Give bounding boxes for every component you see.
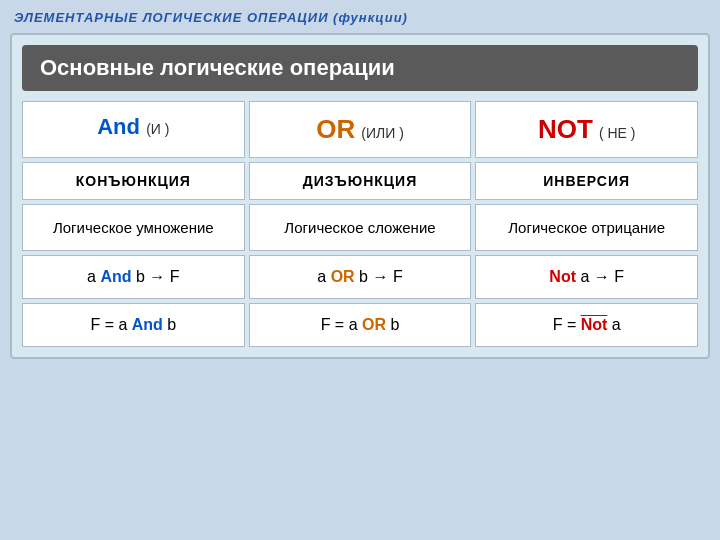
keyword-and: And (97, 114, 140, 139)
result-not-text: F = Not a (553, 316, 621, 333)
cell-and-header: And (И ) (22, 101, 245, 158)
cell-desc-or: Логическое сложение (249, 204, 472, 251)
formula-and-text: a And b → F (87, 268, 179, 285)
cell-desc-and: Логическое умножение (22, 204, 245, 251)
cell-inversion: ИНВЕРСИЯ (475, 162, 698, 200)
result-and-text: F = a And b (90, 316, 176, 333)
section-title: Основные логические операции (22, 45, 698, 91)
cell-desc-not: Логическое отрицание (475, 204, 698, 251)
main-container: Основные логические операции And (И ) OR… (10, 33, 710, 359)
cell-formula-and: a And b → F (22, 255, 245, 299)
operations-grid: And (И ) OR (ИЛИ ) NOT ( НЕ ) КОНЪЮНКЦИЯ… (22, 101, 698, 347)
cell-result-and: F = a And b (22, 303, 245, 347)
cell-conjunction: КОНЪЮНКЦИЯ (22, 162, 245, 200)
keyword-or: OR (316, 114, 355, 144)
cell-not-header: NOT ( НЕ ) (475, 101, 698, 158)
cell-result-not: F = Not a (475, 303, 698, 347)
page-title: ЭЛЕМЕНТАРНЫЕ ЛОГИЧЕСКИЕ ОПЕРАЦИИ (функци… (10, 10, 710, 25)
sublabel-or: (ИЛИ ) (361, 125, 404, 141)
sublabel-not: ( НЕ ) (599, 125, 636, 141)
cell-disjunction: ДИЗЪЮНКЦИЯ (249, 162, 472, 200)
result-or-text: F = a OR b (321, 316, 400, 333)
cell-formula-not: Not a → F (475, 255, 698, 299)
cell-or-header: OR (ИЛИ ) (249, 101, 472, 158)
sublabel-and: (И ) (146, 121, 169, 137)
cell-formula-or: a OR b → F (249, 255, 472, 299)
formula-or-text: a OR b → F (317, 268, 402, 285)
keyword-not: NOT (538, 114, 593, 144)
formula-not-text: Not a → F (549, 268, 624, 285)
cell-result-or: F = a OR b (249, 303, 472, 347)
